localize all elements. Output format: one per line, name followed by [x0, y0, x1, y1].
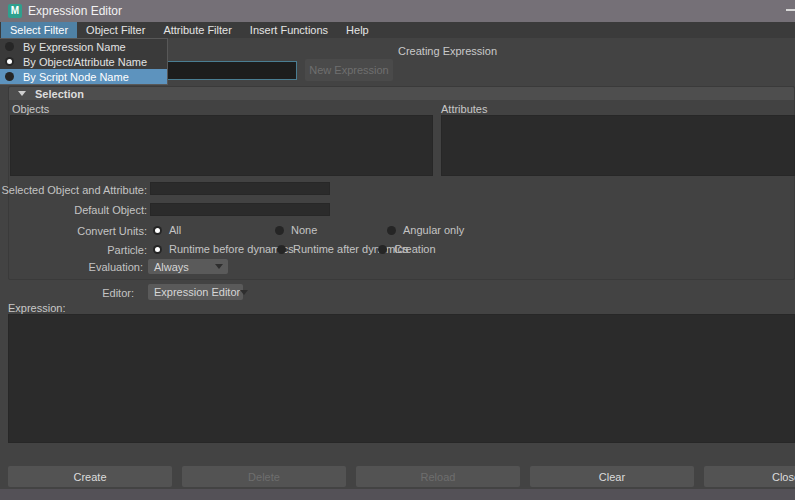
radio-unselected-icon [5, 72, 14, 81]
objects-list[interactable] [10, 115, 433, 176]
radio-unselected-icon [378, 245, 387, 254]
menu-help[interactable]: Help [337, 22, 378, 38]
particle-label: Particle: [0, 244, 147, 256]
objects-list-label: Objects [12, 103, 49, 115]
menu-object-filter[interactable]: Object Filter [77, 22, 154, 38]
window-bottom-edge [0, 489, 795, 500]
window-title: Expression Editor [28, 4, 122, 18]
expression-name-input[interactable] [150, 61, 297, 80]
collapse-arrow-icon [18, 91, 26, 96]
evaluation-label: Evaluation: [0, 261, 143, 273]
default-object-label: Default Object: [0, 204, 147, 216]
radio-convert-units-all[interactable]: All [153, 224, 181, 236]
attributes-list[interactable] [441, 115, 795, 176]
evaluation-dropdown-value: Always [148, 261, 215, 273]
radio-unselected-icon [275, 226, 284, 235]
expression-label: Expression: [8, 302, 65, 314]
menubar: Select Filter Object Filter Attribute Fi… [0, 22, 795, 38]
reload-button[interactable]: Reload [356, 466, 520, 487]
dropdown-arrow-icon [215, 264, 223, 269]
creating-expression-status: Creating Expression [398, 45, 497, 57]
select-filter-menu: By Expression Name By Object/Attribute N… [0, 38, 168, 85]
selected-object-attribute-label: Selected Object and Attribute: [0, 184, 147, 196]
menu-item-by-object-attribute-name[interactable]: By Object/Attribute Name [0, 54, 167, 69]
attributes-list-label: Attributes [441, 103, 487, 115]
radio-selected-icon [153, 245, 162, 254]
selected-object-attribute-input[interactable] [150, 182, 330, 195]
editor-dropdown-value: Expression Editor [148, 286, 240, 298]
editor-label: Editor: [0, 287, 134, 299]
radio-convert-units-angular-only[interactable]: Angular only [387, 224, 464, 236]
default-object-input[interactable] [150, 203, 330, 216]
delete-button[interactable]: Delete [182, 466, 346, 487]
radio-selected-icon [5, 57, 14, 66]
minimize-icon[interactable] [786, 9, 795, 11]
radio-unselected-icon [5, 42, 14, 51]
menu-select-filter[interactable]: Select Filter [1, 22, 77, 38]
menu-item-by-script-node-name[interactable]: By Script Node Name [0, 69, 167, 84]
new-expression-button[interactable]: New Expression [305, 59, 393, 81]
radio-particle-creation[interactable]: Creation [378, 243, 436, 255]
expression-textarea[interactable] [8, 314, 795, 443]
radio-unselected-icon [387, 226, 396, 235]
titlebar[interactable]: M Expression Editor [0, 0, 795, 22]
radio-convert-units-none[interactable]: None [275, 224, 317, 236]
maya-logo-letter: M [11, 6, 19, 16]
menu-item-by-expression-name[interactable]: By Expression Name [0, 39, 167, 54]
close-button[interactable]: Close [704, 466, 795, 487]
menu-attribute-filter[interactable]: Attribute Filter [154, 22, 240, 38]
evaluation-dropdown[interactable]: Always [148, 259, 228, 274]
maya-logo-icon: M [8, 4, 22, 18]
radio-selected-icon [153, 226, 162, 235]
menu-insert-functions[interactable]: Insert Functions [241, 22, 337, 38]
selection-frame-header[interactable]: Selection [9, 87, 794, 100]
convert-units-label: Convert Units: [0, 225, 147, 237]
radio-unselected-icon [277, 245, 286, 254]
bottom-button-row: Create Delete Reload Clear Close [8, 466, 795, 487]
dropdown-arrow-icon [240, 290, 248, 295]
radio-particle-runtime-before-dynamics[interactable]: Runtime before dynamics [153, 243, 294, 255]
create-button[interactable]: Create [8, 466, 172, 487]
clear-button[interactable]: Clear [530, 466, 694, 487]
selection-frame-title: Selection [35, 88, 84, 100]
editor-dropdown[interactable]: Expression Editor [148, 284, 243, 300]
expression-editor-window: M Expression Editor Select Filter Object… [0, 0, 795, 500]
